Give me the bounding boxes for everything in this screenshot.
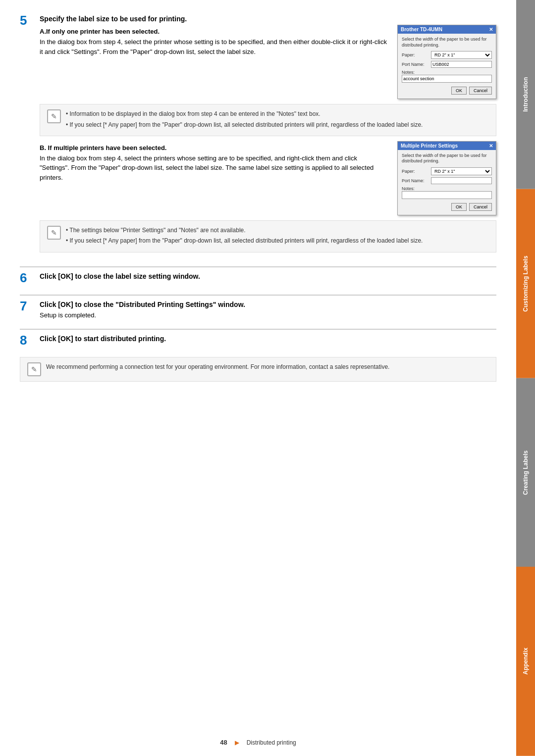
dialog1-cancel-button[interactable]: Cancel — [469, 87, 492, 95]
step-7-text: Click [OK] to close the "Distributed Pri… — [40, 301, 496, 308]
footer-arrow: ▶ — [235, 739, 239, 746]
step-8-content: Click [OK] to start distributed printing… — [40, 335, 496, 345]
dialog1-close-icon[interactable]: ✕ — [489, 27, 493, 32]
note-icon-3 — [27, 362, 41, 376]
note1-line1: • Information to be displayed in the dia… — [66, 109, 423, 119]
divider-5-6 — [20, 266, 496, 267]
intro-tab-label: Introduction — [522, 77, 529, 112]
dialog2-port-label: Port Name: — [402, 178, 429, 183]
dialog2-title: Multiple Printer Settings — [401, 143, 458, 149]
page-number: 48 — [220, 739, 227, 746]
note2-line2: • If you select [* Any paper] from the "… — [66, 236, 423, 246]
note-text-2: • The settings below "Printer Settings" … — [66, 226, 423, 247]
dialog1-notes-label: Notes: — [402, 70, 492, 75]
dialog2-buttons: OK Cancel — [402, 201, 492, 212]
dialog2-notes-input[interactable] — [402, 191, 492, 199]
page-footer: 48 ▶ Distributed printing — [0, 739, 516, 746]
dialog1-notes-input[interactable] — [402, 75, 492, 83]
step-6-number: 6 — [20, 270, 40, 286]
dialog2-desc: Select the width of the paper to be used… — [402, 153, 492, 164]
step-6-text: Click [OK] to close the label size setti… — [40, 272, 496, 280]
step-5-block: 5 Specify the label size to be used for … — [20, 15, 496, 257]
dialog1-paper-field: Paper: RD 2" x 1" — [402, 51, 492, 59]
note2-line1: • The settings below "Printer Settings" … — [66, 226, 423, 235]
note-text-3: We recommend performing a connection tes… — [46, 362, 389, 373]
dialog1-body: Select the width of the paper to be used… — [398, 34, 496, 99]
step-6-content: Click [OK] to close the label size setti… — [40, 272, 496, 282]
footer-label: Distributed printing — [247, 739, 296, 746]
sidebar-item-appendix[interactable]: Appendix — [516, 567, 535, 756]
dialog1-port-field: Port Name: — [402, 61, 492, 68]
step-5-number: 5 — [20, 13, 40, 28]
dialog2-body: Select the width of the paper to be used… — [398, 150, 496, 215]
step-5-header: Specify the label size to be used for pr… — [40, 15, 496, 23]
dialog2-port-field: Port Name: — [402, 177, 492, 184]
dialog1-port-label: Port Name: — [402, 62, 429, 67]
dialog1: Brother TD-4UMN ✕ Select the width of th… — [397, 25, 496, 99]
step-5-content: Specify the label size to be used for pr… — [40, 15, 496, 257]
dialog1-titlebar: Brother TD-4UMN ✕ — [398, 25, 496, 34]
step5-sub-a-header: A.If only one printer has been selected. — [40, 28, 387, 35]
note-icon-1 — [47, 109, 61, 123]
dialog2-port-input[interactable] — [431, 177, 492, 184]
dialog2-paper-field: Paper: RD 2" x 1" — [402, 167, 492, 175]
creating-tab-label: Creating Labels — [522, 450, 529, 495]
divider-7-8 — [20, 329, 496, 330]
step5-section-b-layout: B. If multiple printers have been select… — [40, 141, 496, 215]
dialog1-buttons: OK Cancel — [402, 85, 492, 96]
step5-sub-a-body: In the dialog box from step 4, select th… — [40, 37, 387, 56]
step5-sub-b-header: B. If multiple printers have been select… — [40, 144, 387, 151]
dialog2: Multiple Printer Settings ✕ Select the w… — [397, 141, 496, 215]
sidebar-item-creating[interactable]: Creating Labels — [516, 378, 535, 567]
step5-sub-b-body: In the dialog box from step 4, select th… — [40, 153, 387, 183]
main-content: 5 Specify the label size to be used for … — [0, 0, 516, 406]
dialog1-ok-button[interactable]: OK — [451, 87, 467, 95]
dialog2-ok-button[interactable]: OK — [451, 203, 467, 211]
dialog2-cancel-button[interactable]: Cancel — [469, 203, 492, 211]
custom-tab-label: Customizing Labels — [522, 255, 529, 311]
dialog2-notes-label: Notes: — [402, 186, 492, 191]
side-tabs: Introduction Customizing Labels Creating… — [516, 0, 535, 756]
dialog1-notes-section: Notes: — [402, 70, 492, 83]
step-7-content: Click [OK] to close the "Distributed Pri… — [40, 301, 496, 320]
sidebar-item-customizing[interactable]: Customizing Labels — [516, 189, 535, 378]
note-box-1: • Information to be displayed in the dia… — [40, 104, 496, 136]
note1-line2: • If you select [* Any paper] from the "… — [66, 120, 423, 130]
note-icon-2 — [47, 226, 61, 240]
note3-text: We recommend performing a connection tes… — [46, 362, 389, 372]
note-box-2: • The settings below "Printer Settings" … — [40, 220, 496, 252]
note-text-1: • Information to be displayed in the dia… — [66, 109, 423, 130]
sidebar-item-introduction[interactable]: Introduction — [516, 0, 535, 189]
step5-section-b-text: B. If multiple printers have been select… — [40, 141, 387, 183]
dialog1-paper-label: Paper: — [402, 52, 429, 57]
appendix-tab-label: Appendix — [522, 648, 529, 675]
dialog2-titlebar: Multiple Printer Settings ✕ — [398, 142, 496, 150]
dialog1-paper-select[interactable]: RD 2" x 1" — [431, 51, 492, 59]
step-8-text: Click [OK] to start distributed printing… — [40, 335, 496, 343]
dialog1-port-input[interactable] — [431, 61, 492, 68]
dialog1-title: Brother TD-4UMN — [401, 27, 442, 32]
step5-layout: A.If only one printer has been selected.… — [40, 25, 496, 99]
dialog2-paper-select[interactable]: RD 2" x 1" — [431, 167, 492, 175]
step-8-block: 8 Click [OK] to start distributed printi… — [20, 335, 496, 348]
step-7-number: 7 — [20, 299, 40, 314]
dialog2-notes-section: Notes: — [402, 186, 492, 199]
step-7-block: 7 Click [OK] to close the "Distributed P… — [20, 301, 496, 320]
dialog2-paper-label: Paper: — [402, 169, 429, 174]
dialog2-close-icon[interactable]: ✕ — [489, 143, 493, 149]
note-box-3: We recommend performing a connection tes… — [20, 357, 496, 382]
step-7-sub-text: Setup is completed. — [40, 310, 496, 320]
step-8-number: 8 — [20, 333, 40, 348]
step5-section-a-text: A.If only one printer has been selected.… — [40, 25, 387, 56]
dialog1-desc: Select the width of the paper to be used… — [402, 37, 492, 48]
step-6-block: 6 Click [OK] to close the label size set… — [20, 272, 496, 286]
divider-6-7 — [20, 295, 496, 296]
